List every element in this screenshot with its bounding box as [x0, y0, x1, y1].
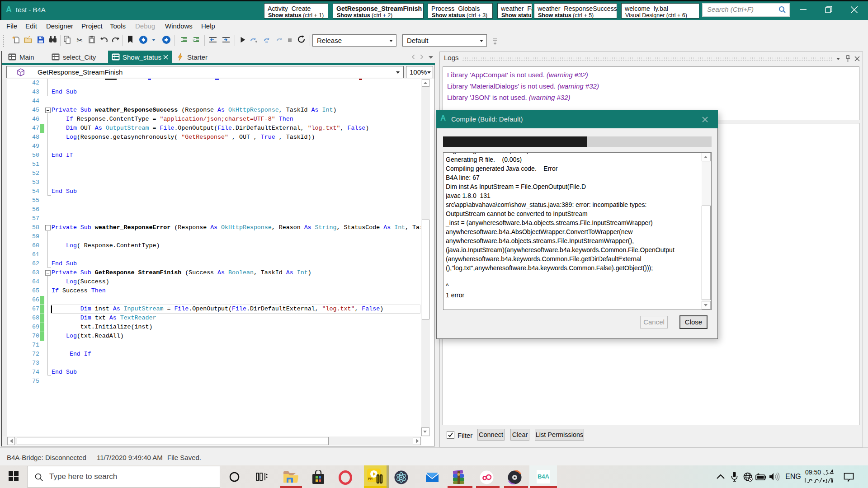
svg-text:2: 2: [193, 38, 195, 42]
svg-text:✂: ✂: [76, 36, 83, 44]
svg-text:PH: PH: [368, 477, 373, 480]
